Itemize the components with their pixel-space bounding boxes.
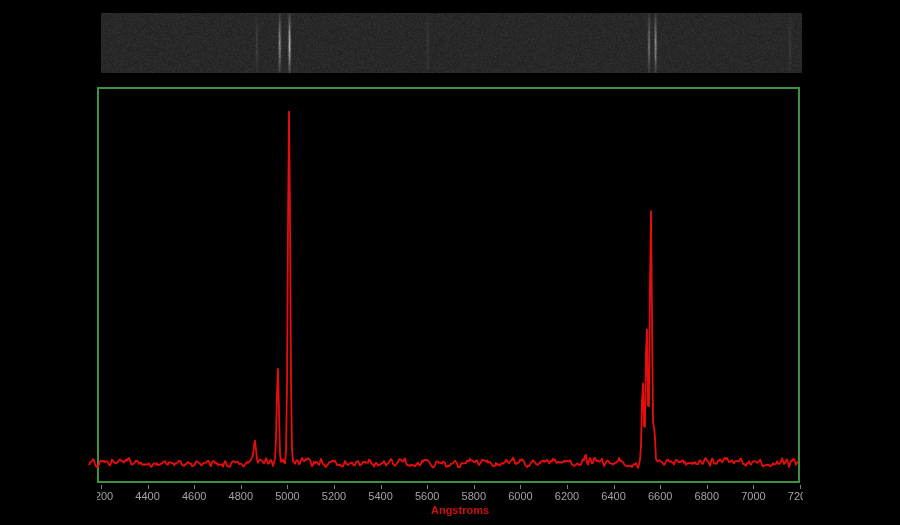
x-tick-label: 5800 (462, 490, 486, 502)
x-tick-mark (334, 485, 335, 489)
x-tick-mark (614, 485, 615, 489)
x-tick-label: 5000 (275, 490, 299, 502)
x-tick-label: 4200 (97, 490, 113, 502)
x-tick-mark (241, 485, 242, 489)
x-tick-label: 6400 (601, 490, 625, 502)
x-tick-mark (660, 485, 661, 489)
x-tick-label: 4800 (229, 490, 253, 502)
x-tick-mark (287, 485, 288, 489)
x-tick-mark (707, 485, 708, 489)
x-tick-label: 4600 (182, 490, 206, 502)
x-tick-label: 5200 (322, 490, 346, 502)
x-tick-label: 7000 (741, 490, 765, 502)
x-tick-mark (474, 485, 475, 489)
x-tick-label: 6800 (695, 490, 719, 502)
x-tick-mark (381, 485, 382, 489)
x-tick-mark (567, 485, 568, 489)
x-tick-label: 7200 (788, 490, 803, 502)
x-tick-label: 6200 (555, 490, 579, 502)
x-axis-title: Angstroms (431, 504, 489, 516)
x-tick-label: 4400 (135, 490, 159, 502)
spectrum-plot-frame (97, 87, 800, 483)
x-tick-mark (520, 485, 521, 489)
x-tick-label: 6000 (508, 490, 532, 502)
x-tick-mark (101, 485, 102, 489)
x-tick-label: 6600 (648, 490, 672, 502)
x-tick-mark (194, 485, 195, 489)
x-tick-mark (800, 485, 801, 489)
x-axis: 4200440046004800500052005400560058006000… (97, 485, 803, 505)
spectrum-2d-strip-image (101, 13, 802, 73)
x-tick-label: 5400 (368, 490, 392, 502)
x-tick-mark (148, 485, 149, 489)
x-tick-mark (753, 485, 754, 489)
x-tick-label: 5600 (415, 490, 439, 502)
spectrum-2d-strip (101, 13, 802, 73)
x-tick-mark (427, 485, 428, 489)
